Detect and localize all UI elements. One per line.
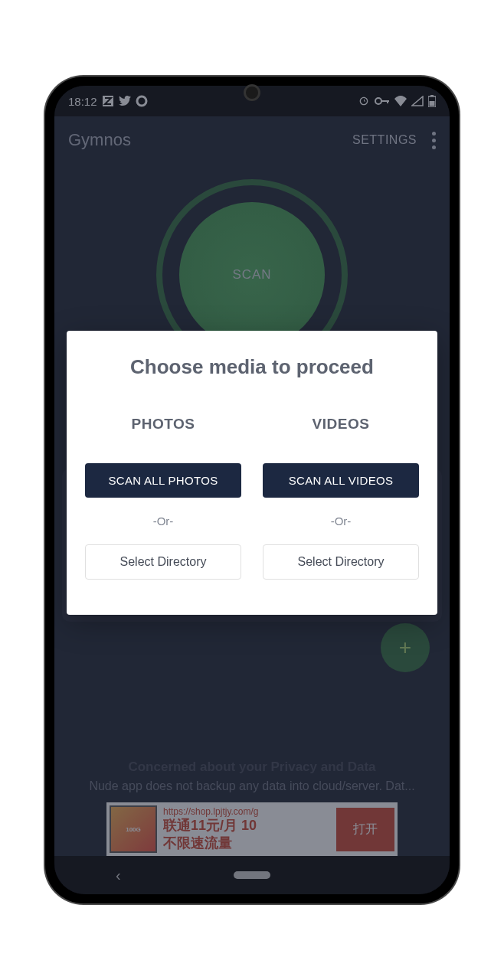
videos-or-text: -Or-: [331, 514, 352, 528]
scan-all-photos-button[interactable]: SCAN ALL PHOTOS: [85, 463, 241, 498]
media-choice-dialog: Choose media to proceed PHOTOS SCAN ALL …: [67, 331, 437, 615]
photos-select-directory-button[interactable]: Select Directory: [85, 544, 241, 580]
scan-all-videos-button[interactable]: SCAN ALL VIDEOS: [263, 463, 419, 498]
videos-column: VIDEOS SCAN ALL VIDEOS -Or- Select Direc…: [263, 416, 419, 580]
camera-notch: [244, 84, 260, 101]
phone-screen: 18:12: [54, 86, 450, 894]
photos-or-text: -Or-: [153, 514, 174, 528]
photos-heading: PHOTOS: [132, 416, 195, 433]
photos-column: PHOTOS SCAN ALL PHOTOS -Or- Select Direc…: [85, 416, 241, 580]
dialog-columns: PHOTOS SCAN ALL PHOTOS -Or- Select Direc…: [85, 416, 419, 580]
videos-heading: VIDEOS: [313, 416, 370, 433]
videos-select-directory-button[interactable]: Select Directory: [263, 544, 419, 580]
dialog-title: Choose media to proceed: [85, 355, 419, 379]
phone-frame: 18:12: [45, 77, 459, 903]
